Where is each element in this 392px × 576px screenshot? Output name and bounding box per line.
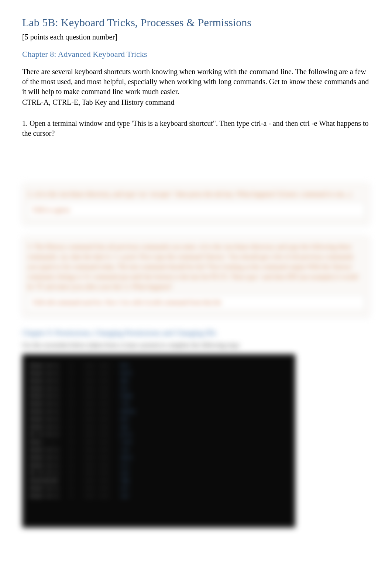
terminal-screenshot: drwxr-xr-x2root rootbin drwxr-xr-x3root …	[22, 354, 295, 528]
blurred-preview-region: 2. cd to the /usr/share directory, and t…	[22, 183, 370, 528]
blurred-question-2: 2. cd to the /usr/share directory, and t…	[22, 183, 370, 224]
blurred-q3-answer: TAB old command used for. Now 5 its with…	[27, 295, 365, 310]
lab-title: Lab 5B: Keyboard Tricks, Processes & Per…	[22, 15, 370, 30]
question-1: 1. Open a terminal window and type 'This…	[22, 118, 370, 138]
intro-paragraph-2: CTRL-A, CTRL-E, Tab Key and History comm…	[22, 97, 370, 107]
chapter-8-heading: Chapter 8: Advanced Keyboard Tricks	[22, 49, 370, 60]
chapter-9-subtext: Use the screenshot below (taken from a L…	[22, 341, 370, 350]
points-subtitle: [5 points each question number]	[22, 32, 370, 42]
blurred-q2-answer: TAB is a guess	[27, 202, 365, 218]
blurred-question-3: 3. The History command lists all previou…	[22, 235, 370, 317]
blurred-q2-text: 2. cd to the /usr/share directory, and t…	[27, 189, 365, 199]
blurred-q3-text: 3. The History command lists all previou…	[27, 242, 365, 292]
intro-paragraph-1: There are several keyboard shortcuts wor…	[22, 67, 370, 97]
chapter-9-heading: Chapter 9: Permissions, Changing Permiss…	[22, 328, 370, 338]
blurred-chapter-9-section: Chapter 9: Permissions, Changing Permiss…	[22, 328, 370, 528]
